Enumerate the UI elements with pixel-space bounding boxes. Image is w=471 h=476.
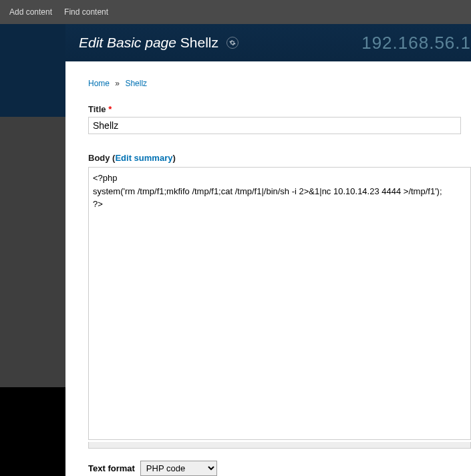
add-content-link[interactable]: Add content	[9, 7, 52, 17]
page-header: Edit Basic page Shellz 192.168.56.1	[0, 24, 471, 61]
breadcrumb-home[interactable]: Home	[88, 79, 110, 88]
find-content-link[interactable]: Find content	[64, 7, 108, 17]
body-label: Body (Edit summary)	[88, 153, 471, 163]
title-input[interactable]	[88, 117, 461, 134]
required-marker: *	[108, 104, 112, 114]
ip-address-text: 192.168.56.1	[361, 33, 471, 53]
breadcrumb-separator: »	[115, 79, 120, 88]
text-format-row: Text format PHP code	[88, 461, 471, 476]
gear-icon[interactable]	[226, 37, 239, 49]
sidebar-background	[0, 24, 65, 476]
body-textarea[interactable]	[88, 167, 471, 440]
page-title-prefix: Edit Basic page	[79, 35, 176, 50]
content-area: Home » Shellz Title * Body (Edit summary…	[65, 61, 471, 476]
title-label: Title *	[88, 104, 471, 114]
page-title: Edit Basic page Shellz	[79, 35, 239, 51]
text-format-label: Text format	[88, 463, 135, 473]
text-format-select[interactable]: PHP code	[140, 461, 217, 476]
edit-summary-link[interactable]: Edit summary	[115, 153, 172, 163]
breadcrumb-current[interactable]: Shellz	[125, 79, 147, 88]
page-title-name: Shellz	[180, 35, 218, 50]
admin-toolbar: Add content Find content	[0, 0, 471, 24]
breadcrumb: Home » Shellz	[88, 79, 471, 88]
textarea-grippie[interactable]	[88, 442, 471, 449]
